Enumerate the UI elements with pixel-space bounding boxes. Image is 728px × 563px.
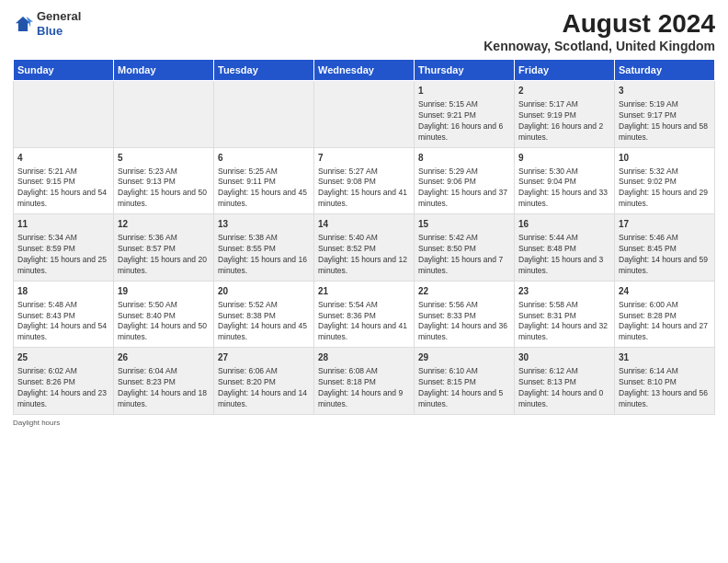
calendar-cell: 25Sunrise: 6:02 AMSunset: 8:26 PMDayligh… xyxy=(14,348,114,415)
sunrise-text: Sunrise: 6:10 AM xyxy=(418,366,478,375)
sunset-text: Sunset: 8:45 PM xyxy=(619,244,677,253)
sunrise-text: Sunrise: 5:21 AM xyxy=(17,167,77,176)
day-number: 19 xyxy=(118,285,210,298)
calendar-cell: 4Sunrise: 5:21 AMSunset: 9:15 PMDaylight… xyxy=(14,147,114,214)
daylight-text: Daylight: 15 hours and 12 minutes. xyxy=(318,255,407,275)
day-number: 31 xyxy=(619,351,711,364)
sunset-text: Sunset: 9:04 PM xyxy=(518,177,576,186)
sunrise-text: Sunrise: 6:08 AM xyxy=(318,366,378,375)
day-number: 7 xyxy=(318,152,410,165)
calendar-cell: 8Sunrise: 5:29 AMSunset: 9:06 PMDaylight… xyxy=(415,147,515,214)
sunset-text: Sunset: 9:15 PM xyxy=(17,177,75,186)
calendar-cell: 29Sunrise: 6:10 AMSunset: 8:15 PMDayligh… xyxy=(415,348,515,415)
day-number: 1 xyxy=(418,85,510,98)
calendar-cell: 13Sunrise: 5:38 AMSunset: 8:55 PMDayligh… xyxy=(214,214,314,282)
sunset-text: Sunset: 8:15 PM xyxy=(418,377,476,386)
subtitle: Kennoway, Scotland, United Kingdom xyxy=(483,39,715,53)
sunrise-text: Sunrise: 5:19 AM xyxy=(619,99,678,109)
sunset-text: Sunset: 9:08 PM xyxy=(318,177,376,186)
day-number: 15 xyxy=(418,218,510,231)
sunset-text: Sunset: 8:23 PM xyxy=(118,377,176,386)
logo-general-text: General xyxy=(37,9,81,23)
daylight-text: Daylight: 15 hours and 50 minutes. xyxy=(118,188,207,208)
day-number: 28 xyxy=(318,351,410,364)
sunset-text: Sunset: 8:50 PM xyxy=(418,244,476,253)
sunrise-text: Sunrise: 5:29 AM xyxy=(418,167,478,176)
daylight-text: Daylight: 15 hours and 16 minutes. xyxy=(218,255,307,275)
calendar-cell: 5Sunrise: 5:23 AMSunset: 9:13 PMDaylight… xyxy=(114,147,214,214)
footer-text: Daylight hours xyxy=(13,419,60,427)
calendar-cell: 16Sunrise: 5:44 AMSunset: 8:48 PMDayligh… xyxy=(515,214,615,282)
calendar-cell: 24Sunrise: 6:00 AMSunset: 8:28 PMDayligh… xyxy=(615,281,715,348)
calendar-cell: 14Sunrise: 5:40 AMSunset: 8:52 PMDayligh… xyxy=(314,214,415,282)
sunrise-text: Sunrise: 5:54 AM xyxy=(318,300,378,309)
day-number: 27 xyxy=(218,351,310,364)
day-number: 20 xyxy=(218,285,310,298)
sunset-text: Sunset: 9:02 PM xyxy=(619,177,677,186)
sunset-text: Sunset: 9:06 PM xyxy=(418,177,476,186)
day-number: 10 xyxy=(619,152,711,165)
daylight-text: Daylight: 14 hours and 50 minutes. xyxy=(118,321,207,341)
day-number: 6 xyxy=(218,152,310,165)
header-section: General Blue August 2024 Kennoway, Scotl… xyxy=(13,9,715,53)
daylight-text: Daylight: 14 hours and 45 minutes. xyxy=(218,321,307,341)
daylight-text: Daylight: 14 hours and 59 minutes. xyxy=(619,255,708,275)
sunrise-text: Sunrise: 5:38 AM xyxy=(218,233,278,242)
day-header-sunday: Sunday xyxy=(14,60,114,81)
daylight-text: Daylight: 14 hours and 14 minutes. xyxy=(218,388,307,408)
sunrise-text: Sunrise: 6:06 AM xyxy=(218,366,278,375)
day-number: 23 xyxy=(518,285,610,298)
sunset-text: Sunset: 8:31 PM xyxy=(518,311,576,320)
sunset-text: Sunset: 8:18 PM xyxy=(318,377,376,386)
sunrise-text: Sunrise: 5:56 AM xyxy=(418,300,478,309)
calendar-cell: 22Sunrise: 5:56 AMSunset: 8:33 PMDayligh… xyxy=(415,281,515,348)
calendar-cell: 27Sunrise: 6:06 AMSunset: 8:20 PMDayligh… xyxy=(214,348,314,415)
sunset-text: Sunset: 8:26 PM xyxy=(17,377,75,386)
page: General Blue August 2024 Kennoway, Scotl… xyxy=(0,0,728,563)
logo-blue-text: Blue xyxy=(37,24,63,38)
daylight-text: Daylight: 14 hours and 36 minutes. xyxy=(418,321,507,341)
daylight-text: Daylight: 14 hours and 27 minutes. xyxy=(619,321,708,341)
daylight-text: Daylight: 13 hours and 56 minutes. xyxy=(619,388,708,408)
sunrise-text: Sunrise: 5:23 AM xyxy=(118,167,177,176)
sunset-text: Sunset: 8:43 PM xyxy=(17,311,75,320)
sunset-text: Sunset: 9:19 PM xyxy=(518,110,576,120)
calendar-cell: 10Sunrise: 5:32 AMSunset: 9:02 PMDayligh… xyxy=(615,147,715,214)
sunrise-text: Sunrise: 6:00 AM xyxy=(619,300,678,309)
day-number: 12 xyxy=(118,218,210,231)
sunset-text: Sunset: 9:17 PM xyxy=(619,110,677,120)
calendar-cell: 19Sunrise: 5:50 AMSunset: 8:40 PMDayligh… xyxy=(114,281,214,348)
day-number: 14 xyxy=(318,218,410,231)
day-number: 5 xyxy=(118,152,210,165)
sunrise-text: Sunrise: 5:32 AM xyxy=(619,167,678,176)
daylight-text: Daylight: 15 hours and 7 minutes. xyxy=(418,255,503,275)
sunset-text: Sunset: 9:21 PM xyxy=(418,110,476,120)
sunrise-text: Sunrise: 5:17 AM xyxy=(518,99,578,109)
sunset-text: Sunset: 8:59 PM xyxy=(17,244,75,253)
calendar-cell: 20Sunrise: 5:52 AMSunset: 8:38 PMDayligh… xyxy=(214,281,314,348)
daylight-text: Daylight: 14 hours and 0 minutes. xyxy=(518,388,603,408)
daylight-text: Daylight: 14 hours and 32 minutes. xyxy=(518,321,608,341)
sunset-text: Sunset: 8:48 PM xyxy=(518,244,576,253)
sunset-text: Sunset: 8:52 PM xyxy=(318,244,376,253)
day-number: 25 xyxy=(17,351,109,364)
calendar-cell xyxy=(114,81,214,148)
daylight-text: Daylight: 15 hours and 41 minutes. xyxy=(318,188,407,208)
calendar-cell: 26Sunrise: 6:04 AMSunset: 8:23 PMDayligh… xyxy=(114,348,214,415)
daylight-text: Daylight: 15 hours and 33 minutes. xyxy=(518,188,608,208)
calendar-cell: 9Sunrise: 5:30 AMSunset: 9:04 PMDaylight… xyxy=(515,147,615,214)
day-number: 21 xyxy=(318,285,410,298)
daylight-text: Daylight: 14 hours and 18 minutes. xyxy=(118,388,207,408)
sunset-text: Sunset: 8:40 PM xyxy=(118,311,176,320)
calendar-cell: 21Sunrise: 5:54 AMSunset: 8:36 PMDayligh… xyxy=(314,281,415,348)
day-header-thursday: Thursday xyxy=(415,60,515,81)
title-section: August 2024 Kennoway, Scotland, United K… xyxy=(483,9,715,53)
day-number: 13 xyxy=(218,218,310,231)
day-number: 9 xyxy=(518,152,610,165)
sunset-text: Sunset: 8:10 PM xyxy=(619,377,677,386)
week-row-3: 11Sunrise: 5:34 AMSunset: 8:59 PMDayligh… xyxy=(14,214,715,282)
daylight-text: Daylight: 14 hours and 23 minutes. xyxy=(17,388,107,408)
calendar-cell: 2Sunrise: 5:17 AMSunset: 9:19 PMDaylight… xyxy=(515,81,615,148)
day-number: 4 xyxy=(17,152,109,165)
daylight-text: Daylight: 15 hours and 29 minutes. xyxy=(619,188,708,208)
